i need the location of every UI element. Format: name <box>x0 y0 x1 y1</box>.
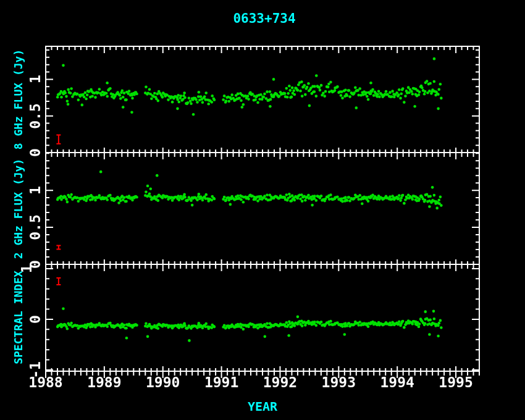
chart: 10.5010.5010-119881989199019911992199319… <box>0 0 525 420</box>
plot-canvas <box>0 0 525 420</box>
x-axis-title: YEAR <box>248 399 277 414</box>
y-axis-title-2ghz-flux: 2 GHz FLUX (Jy) <box>12 159 25 259</box>
chart-title: 0633+734 <box>233 11 295 26</box>
y-axis-title-spectral-index: SPECTRAL INDEX <box>12 271 25 364</box>
y-axis-title-8ghz-flux: 8 GHz FLUX (Jy) <box>12 49 25 150</box>
